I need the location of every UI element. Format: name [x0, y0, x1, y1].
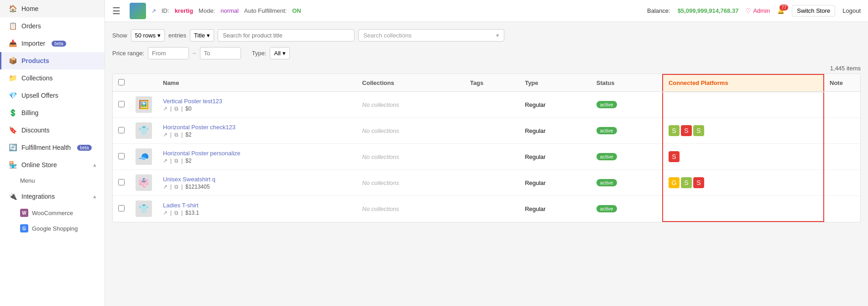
hamburger-icon[interactable]: ☰: [112, 5, 120, 16]
th-tags: Tags: [465, 74, 519, 92]
row-checkbox-cell: [113, 118, 130, 144]
row-checkbox-cell: [113, 170, 130, 196]
product-image: 🖼️: [136, 96, 152, 113]
chevron-down-icon: ▾: [496, 32, 499, 39]
pipe-separator: |: [170, 158, 172, 164]
rows-select[interactable]: 50 rows ▾: [131, 29, 165, 42]
notifications-bell[interactable]: 🔔 77: [777, 7, 784, 14]
product-image-cell: 👕: [130, 196, 157, 222]
switch-store-button[interactable]: Switch Store: [792, 5, 835, 16]
row-checkbox[interactable]: [118, 127, 125, 133]
product-name-cell: Vertical Poster test123 ↗ | ⧉ | $0: [157, 92, 357, 118]
sidebar-item-label: Upsell Offers: [21, 92, 58, 99]
product-type-cell: Regular: [519, 92, 591, 118]
sidebar-item-label: Collections: [21, 74, 52, 82]
topbar-right: Balance: $5,099,999,914,768.37 ♡ Admin 🔔…: [647, 5, 861, 16]
product-status-cell: active: [591, 92, 663, 118]
filter-row: Price range: ~ Type: All ▾: [112, 47, 861, 59]
external-link-icon[interactable]: ↗: [163, 132, 167, 138]
product-image: 👕: [136, 200, 152, 217]
sidebar-item-woocommerce[interactable]: W WooCommerce: [0, 205, 105, 221]
sidebar-item-upsell[interactable]: 💎 Upsell Offers: [0, 87, 105, 104]
search-collections-select[interactable]: Search collections ▾: [358, 29, 504, 42]
google-shopping-icon: G: [669, 177, 680, 188]
type-select[interactable]: All ▾: [270, 47, 289, 59]
product-type-cell: Regular: [519, 118, 591, 144]
row-checkbox[interactable]: [118, 153, 125, 159]
pipe-separator: |: [181, 132, 183, 138]
pipe-separator: |: [170, 210, 172, 216]
importer-icon: 📥: [9, 39, 17, 47]
logo-image: [130, 3, 146, 19]
sidebar-item-orders[interactable]: 📋 Orders: [0, 17, 105, 35]
sidebar-item-menu[interactable]: Menu: [0, 174, 105, 188]
sidebar-item-collections[interactable]: 📁 Collections: [0, 69, 105, 87]
integrations-icon: 🔌: [9, 192, 17, 200]
select-all-checkbox[interactable]: [118, 79, 125, 85]
product-platforms-cell: S: [663, 144, 824, 170]
product-actions: ↗ | ⧉ | $1213405: [163, 184, 351, 190]
copy-icon[interactable]: ⧉: [174, 158, 178, 164]
rows-value: 50 rows: [135, 32, 156, 39]
logout-link[interactable]: Logout: [842, 7, 861, 14]
admin-label: Admin: [753, 7, 770, 14]
billing-icon: 💲: [9, 109, 17, 117]
title-select[interactable]: Title ▾: [190, 29, 214, 42]
pipe-separator: |: [181, 184, 183, 190]
status-badge: active: [596, 127, 617, 134]
row-checkbox[interactable]: [118, 101, 125, 107]
product-link[interactable]: Horizontal Poster check123: [163, 124, 235, 131]
sidebar-item-importer[interactable]: 📥 Importer beta: [0, 35, 105, 52]
products-icon: 📦: [9, 57, 17, 65]
sidebar-item-billing[interactable]: 💲 Billing: [0, 104, 105, 121]
copy-icon[interactable]: ⧉: [174, 184, 178, 190]
price-from-input[interactable]: [148, 47, 189, 59]
row-checkbox[interactable]: [118, 179, 125, 185]
sidebar-item-google-shopping[interactable]: G Google Shopping: [0, 221, 105, 236]
copy-icon[interactable]: ⧉: [174, 106, 178, 112]
status-badge: active: [596, 205, 617, 212]
product-image-cell: 👕: [130, 118, 157, 144]
search-product-input[interactable]: [218, 29, 355, 42]
external-link-icon[interactable]: ↗: [152, 8, 156, 14]
chevron-up-icon: ▲: [92, 194, 97, 199]
shopify-red-icon: S: [681, 125, 692, 136]
product-type-cell: Regular: [519, 144, 591, 170]
sidebar-item-discounts[interactable]: 🔖 Discounts: [0, 121, 105, 139]
sidebar-item-label: Billing: [21, 109, 38, 116]
product-image-cell: 🧢: [130, 144, 157, 170]
product-image-cell: 👘: [130, 170, 157, 196]
product-type: Regular: [525, 101, 546, 108]
sidebar-item-home[interactable]: 🏠 Home: [0, 0, 105, 17]
product-tags-cell: [465, 118, 519, 144]
entries-label: entries: [168, 32, 186, 39]
sidebar-item-integrations[interactable]: 🔌 Integrations ▲: [0, 188, 105, 205]
sidebar-item-online-store[interactable]: 🏪 Online Store ▲: [0, 156, 105, 174]
sidebar-item-label: Home: [21, 5, 38, 12]
product-link[interactable]: Horizontal Poster personalize: [163, 150, 241, 157]
google-shopping-icon: G: [20, 224, 28, 232]
sidebar-item-fulfillment[interactable]: 🔄 Fulfillment Health beta: [0, 139, 105, 156]
copy-icon[interactable]: ⧉: [174, 210, 178, 216]
importer-badge: beta: [52, 41, 66, 47]
product-platforms-cell: SSS: [663, 118, 824, 144]
product-link[interactable]: Vertical Poster test123: [163, 98, 222, 105]
product-note-cell: [824, 144, 860, 170]
external-link-icon[interactable]: ↗: [163, 106, 167, 112]
type-value: All: [274, 50, 280, 57]
product-tags-cell: [465, 92, 519, 118]
main-content: Show 50 rows ▾ entries Title ▾ Search co…: [105, 22, 868, 306]
sidebar-item-products[interactable]: 📦 Products: [0, 52, 105, 69]
price-to-input[interactable]: [200, 47, 241, 59]
product-link[interactable]: Unisex Sweatshirt q: [163, 176, 215, 183]
row-checkbox[interactable]: [118, 205, 125, 211]
external-link-icon[interactable]: ↗: [163, 158, 167, 164]
row-checkbox-cell: [113, 92, 130, 118]
copy-icon[interactable]: ⧉: [174, 132, 178, 138]
shopify-red-icon: S: [693, 177, 704, 188]
external-link-icon[interactable]: ↗: [163, 210, 167, 216]
external-link-icon[interactable]: ↗: [163, 184, 167, 190]
product-link[interactable]: Ladies T-shirt: [163, 202, 199, 209]
product-note-cell: [824, 196, 860, 222]
admin-link[interactable]: ♡ Admin: [746, 7, 770, 14]
